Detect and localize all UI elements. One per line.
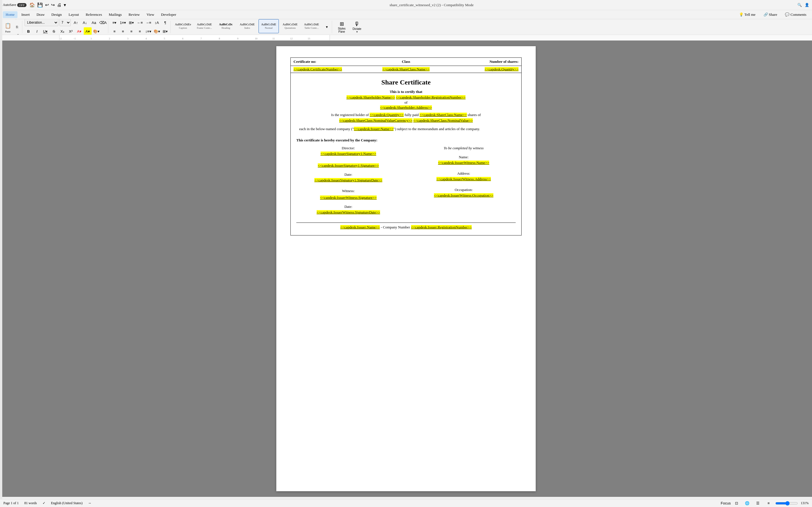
home-icon[interactable]: 🏠: [29, 2, 35, 8]
justify-button[interactable]: ≡: [136, 27, 144, 35]
ruler-inner: -2 -1 1 2 3 4 5 6 7 8 9 10 11 12 13: [59, 35, 330, 41]
witness-occupation-field: <<capdesk:IssuerWitness:Occupation>>: [412, 193, 516, 198]
styles-group: AaBbCcDdEe Caption AaBbCcDdE Frame Conte…: [172, 21, 332, 33]
style-heading[interactable]: AaBbCcDc Heading: [216, 19, 236, 33]
menu-home[interactable]: Home: [3, 11, 17, 18]
font-size-select[interactable]: 7: [59, 19, 71, 26]
line-spacing-button[interactable]: ↕≡▾: [144, 27, 152, 35]
multilevel-button[interactable]: ⊞▾: [128, 19, 135, 26]
bold-button[interactable]: B: [24, 27, 33, 35]
menu-layout[interactable]: Layout: [66, 11, 82, 18]
numbering-button[interactable]: 1≡▾: [119, 19, 127, 26]
style-caption[interactable]: AaBbCcDdEe Caption: [173, 19, 193, 33]
holder-share-class: <<capdesk:ShareClass:Name>>: [419, 113, 467, 117]
user-icon[interactable]: 👤: [805, 3, 809, 7]
decrease-font-button[interactable]: A↓: [81, 19, 89, 26]
change-case-button[interactable]: Aa: [90, 19, 98, 26]
ruler: -2 -1 1 2 3 4 5 6 7 8 9 10 11 12 13: [0, 35, 812, 41]
subscript-button[interactable]: X₂: [58, 27, 66, 35]
cert-quantity-value: <<capdesk:Quantity>>: [485, 67, 518, 71]
style-normal-sample: AaBbCcDdE: [261, 23, 276, 26]
name-label: Name:: [412, 155, 516, 159]
font-color-button[interactable]: A▾: [75, 27, 83, 35]
director-label: Director:: [296, 146, 400, 151]
signatory1-sig-field: <<capdesk:IssuerSignatory1:Signature>>: [296, 163, 400, 168]
increase-font-button[interactable]: A↑: [72, 19, 80, 26]
menu-comments[interactable]: 💬 Comments: [782, 11, 809, 18]
title-bar-right: 🔍 👤: [797, 3, 809, 7]
signatory1-sig: <<capdesk:IssuerSignatory1:Signature>>: [318, 163, 378, 168]
holder-text1: Is the registered holder of: [331, 113, 369, 117]
style-frame-label: Frame Conte...: [197, 26, 212, 29]
style-table-label: Table Conte...: [305, 26, 319, 29]
cert-footer: <<capdesk:Issuer:Name>> - Company Number…: [296, 223, 516, 230]
menu-share[interactable]: 🔗 Share: [761, 11, 780, 18]
menu-references[interactable]: References: [83, 11, 105, 18]
shading2-button[interactable]: 🎨▾: [153, 27, 161, 35]
more-icon[interactable]: ▾: [64, 2, 66, 8]
style-frame-conte[interactable]: AaBbCcDdE Frame Conte...: [194, 19, 214, 33]
style-quotations[interactable]: AaBbCcDdE Quotations: [280, 19, 300, 33]
cert-header-row: Certificate no: Class Number of shares:: [291, 58, 521, 66]
style-caption-sample: AaBbCcDdEe: [175, 23, 191, 26]
italic-button[interactable]: I: [33, 27, 41, 35]
certificate-table: Certificate no: Class Number of shares: …: [290, 57, 522, 235]
decrease-indent-button[interactable]: ←≡: [136, 19, 144, 26]
menu-draw[interactable]: Draw: [34, 11, 47, 18]
increase-indent-button[interactable]: →≡: [144, 19, 152, 26]
footer-reg: <<capdesk:Issuer:RegistrationNumber>>: [411, 225, 472, 229]
shading-button[interactable]: 🎨▾: [92, 27, 100, 35]
cert-header-shares: Number of shares:: [444, 59, 518, 64]
font-family-select[interactable]: Liberation...: [24, 19, 58, 26]
superscript-button[interactable]: X²: [67, 27, 75, 35]
clear-formatting-button[interactable]: ⌫A: [99, 19, 107, 26]
align-left-button[interactable]: ≡: [110, 27, 118, 35]
menu-design[interactable]: Design: [49, 11, 64, 18]
cert-number-value: <<capdesk:CertificateNumber>>: [294, 67, 342, 71]
dictate-dropdown[interactable]: ▾: [356, 31, 358, 33]
witness-address-field: <<capdesk:IssuerWitness:Address>>: [412, 177, 516, 181]
cert-header-cert-no: Certificate no:: [294, 59, 368, 64]
search-icon[interactable]: 🔍: [797, 3, 802, 7]
underline-button[interactable]: U▾: [42, 27, 49, 35]
menu-tell-me[interactable]: 💡 Tell me: [736, 11, 758, 18]
menu-mailings[interactable]: Mailings: [106, 11, 124, 18]
styles-more-button[interactable]: ▾: [323, 23, 331, 31]
menu-insert[interactable]: Insert: [18, 11, 33, 18]
menu-review[interactable]: Review: [126, 11, 143, 18]
paragraph-group: ≡▾ 1≡▾ ⊞▾ ←≡ →≡ ↕A ¶ ≡ ≡ ≡ ≡ ↕≡▾ 🎨▾ ⊞▾: [109, 21, 170, 33]
witness-date: <<capdesk:IssuerWitness:SignatureDate>>: [317, 210, 380, 214]
style-quotations-sample: AaBbCcDdE: [283, 23, 298, 26]
sort-button[interactable]: ↕A: [153, 19, 161, 26]
borders-button[interactable]: ⊞▾: [161, 27, 169, 35]
cert-sig-right: To be completed by witness Name: <<capde…: [406, 146, 516, 218]
align-right-button[interactable]: ≡: [128, 27, 135, 35]
cert-signatures: Director: <<capdesk:IssuerSignatory1:Nam…: [296, 146, 516, 218]
save-icon[interactable]: 💾: [37, 2, 43, 8]
autosave-toggle[interactable]: OFF: [17, 3, 26, 7]
dictate-button[interactable]: 🎙 Dictate ▾: [350, 20, 364, 34]
cut-button[interactable]: ✂: [13, 19, 21, 22]
menu-developer[interactable]: Developer: [158, 11, 179, 18]
copy-button[interactable]: ⎘: [13, 23, 21, 31]
strikethrough-button[interactable]: S: [50, 27, 58, 35]
show-formatting-button[interactable]: ¶: [161, 19, 169, 26]
signatory1-name-field: <<capdesk:IssuerSignatory1:Name>>: [296, 152, 400, 156]
paste-label: Paste: [5, 30, 11, 33]
redo-icon[interactable]: ↪: [51, 2, 55, 8]
holder-fully-paid: fully paid: [405, 113, 419, 117]
menu-view[interactable]: View: [144, 11, 157, 18]
style-normal[interactable]: AaBbCcDdE Normal: [259, 19, 279, 33]
footer-text: - Company Number: [380, 225, 410, 229]
style-index[interactable]: AaBbCcDdE Index: [237, 19, 257, 33]
undo-icon[interactable]: ↩: [45, 2, 49, 8]
style-table-conte[interactable]: AaBbCcDdE Table Conte...: [301, 19, 322, 33]
paste-button[interactable]: 📋: [3, 21, 12, 30]
format-painter-button[interactable]: 🖌: [13, 32, 21, 35]
align-center-button[interactable]: ≡: [119, 27, 127, 35]
autosave-section: AutoSave OFF: [3, 3, 27, 7]
highlight-button[interactable]: A▾: [84, 27, 92, 35]
styles-pane-button[interactable]: ⊞ Styles Pane: [335, 20, 349, 34]
bullets-button[interactable]: ≡▾: [110, 19, 118, 26]
print-icon[interactable]: 🖨: [57, 3, 61, 8]
